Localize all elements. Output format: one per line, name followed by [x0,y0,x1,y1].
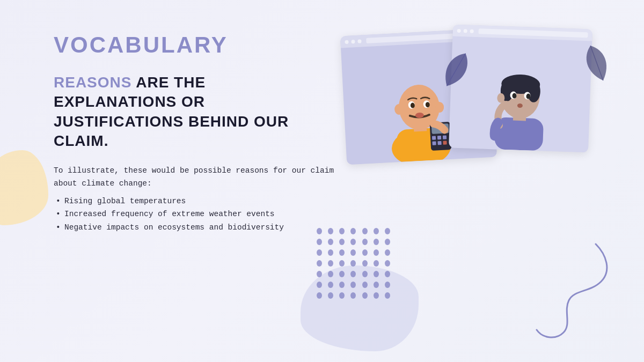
definition-block: REASONS ARE THEEXPLANATIONS ORJUSTIFICAT… [54,73,343,151]
person-2-figure [467,44,573,152]
browser-dot [345,40,348,43]
illustration-area [317,16,617,188]
page-title: VOCABULARY [54,32,343,58]
dots-decoration [311,223,397,319]
svg-rect-15 [443,135,447,139]
main-page: VOCABULARY REASONS ARE THEEXPLANATIONS O… [0,0,644,362]
squiggle-decoration [526,239,612,346]
browser-dot [351,40,355,43]
browser-window-2 [449,25,592,153]
svg-rect-18 [443,141,447,144]
bullet-list: Rising global temperatures Increased fre… [54,195,343,234]
svg-rect-13 [432,136,436,139]
yellow-blob-decoration [0,150,48,225]
browser-dot [464,29,467,33]
svg-rect-14 [437,136,441,139]
body-intro-text: To illustrate, these would be possible r… [54,164,343,190]
definition-heading: REASONS ARE THEEXPLANATIONS ORJUSTIFICAT… [54,73,343,151]
browser-url-bar [479,28,588,38]
browser-dot [357,39,361,43]
list-item: Negative impacts on ecosystems and biodi… [54,221,343,234]
svg-rect-17 [437,141,441,145]
list-item: Rising global temperatures [54,195,343,208]
highlight-word: REASONS [54,74,131,91]
browser-dot [470,29,474,33]
svg-rect-16 [432,141,436,145]
left-content-area: VOCABULARY REASONS ARE THEEXPLANATIONS O… [54,32,343,234]
browser-dot [457,28,461,32]
list-item: Increased frequency of extreme weather e… [54,208,343,221]
